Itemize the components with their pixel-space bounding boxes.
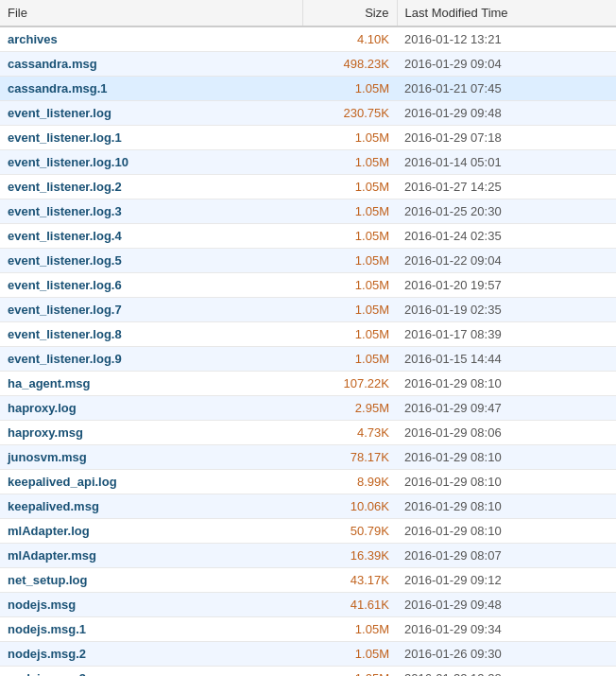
table-row[interactable]: nodejs.msg41.61K2016-01-29 09:48	[0, 593, 616, 617]
file-cell[interactable]: event_listener.log.10	[0, 150, 302, 175]
size-cell: 2.95M	[302, 396, 397, 421]
size-cell: 41.61K	[302, 593, 397, 617]
file-cell[interactable]: mlAdapter.msg	[0, 544, 302, 568]
table-row[interactable]: event_listener.log230.75K2016-01-29 09:4…	[0, 101, 616, 126]
table-row[interactable]: junosvm.msg78.17K2016-01-29 08:10	[0, 445, 616, 470]
table-row[interactable]: event_listener.log.101.05M2016-01-14 05:…	[0, 150, 616, 175]
size-cell: 1.05M	[302, 77, 397, 101]
file-cell[interactable]: event_listener.log.6	[0, 273, 302, 298]
table-row[interactable]: ha_agent.msg107.22K2016-01-29 08:10	[0, 372, 616, 396]
table-row[interactable]: event_listener.log.91.05M2016-01-15 14:4…	[0, 347, 616, 372]
table-row[interactable]: event_listener.log.21.05M2016-01-27 14:2…	[0, 175, 616, 199]
file-cell[interactable]: junosvm.msg	[0, 445, 302, 470]
table-row[interactable]: event_listener.log.61.05M2016-01-20 19:5…	[0, 273, 616, 298]
size-cell: 1.05M	[302, 273, 397, 298]
modified-cell: 2016-01-29 08:07	[397, 544, 616, 568]
modified-cell: 2016-01-29 08:10	[397, 372, 616, 396]
size-cell: 78.17K	[302, 445, 397, 470]
file-cell[interactable]: nodejs.msg.2	[0, 642, 302, 667]
size-cell: 1.05M	[302, 249, 397, 273]
table-row[interactable]: event_listener.log.81.05M2016-01-17 08:3…	[0, 322, 616, 347]
modified-cell: 2016-01-29 09:47	[397, 396, 616, 421]
table-row[interactable]: nodejs.msg.21.05M2016-01-26 09:30	[0, 642, 616, 667]
table-row[interactable]: event_listener.log.31.05M2016-01-25 20:3…	[0, 199, 616, 224]
modified-cell: 2016-01-29 07:18	[397, 126, 616, 150]
table-row[interactable]: event_listener.log.41.05M2016-01-24 02:3…	[0, 224, 616, 249]
file-cell[interactable]: event_listener.log	[0, 101, 302, 126]
table-header: File Size Last Modified Time	[0, 0, 616, 26]
size-cell: 1.05M	[302, 667, 397, 677]
size-cell: 1.05M	[302, 150, 397, 175]
modified-cell: 2016-01-29 08:10	[397, 519, 616, 544]
file-cell[interactable]: archives	[0, 26, 302, 52]
table-row[interactable]: cassandra.msg498.23K2016-01-29 09:04	[0, 52, 616, 77]
file-cell[interactable]: event_listener.log.7	[0, 298, 302, 322]
modified-cell: 2016-01-29 09:34	[397, 617, 616, 642]
size-cell: 1.05M	[302, 126, 397, 150]
size-cell: 4.73K	[302, 421, 397, 445]
table-row[interactable]: nodejs.msg.11.05M2016-01-29 09:34	[0, 617, 616, 642]
size-cell: 4.10K	[302, 26, 397, 52]
size-cell: 1.05M	[302, 298, 397, 322]
size-cell: 10.06K	[302, 494, 397, 519]
file-cell[interactable]: nodejs.msg	[0, 593, 302, 617]
table-row[interactable]: mlAdapter.log50.79K2016-01-29 08:10	[0, 519, 616, 544]
table-body: archives4.10K2016-01-12 13:21cassandra.m…	[0, 26, 616, 676]
table-row[interactable]: keepalived.msg10.06K2016-01-29 08:10	[0, 494, 616, 519]
size-cell: 1.05M	[302, 224, 397, 249]
file-column-header[interactable]: File	[0, 0, 302, 26]
modified-cell: 2016-01-22 12:28	[397, 667, 616, 677]
table-row[interactable]: archives4.10K2016-01-12 13:21	[0, 26, 616, 52]
size-cell: 1.05M	[302, 617, 397, 642]
file-cell[interactable]: nodejs.msg.3	[0, 667, 302, 677]
modified-cell: 2016-01-12 13:21	[397, 26, 616, 52]
file-cell[interactable]: event_listener.log.3	[0, 199, 302, 224]
file-cell[interactable]: cassandra.msg	[0, 52, 302, 77]
size-column-header[interactable]: Size	[302, 0, 397, 26]
file-cell[interactable]: ha_agent.msg	[0, 372, 302, 396]
file-cell[interactable]: keepalived_api.log	[0, 470, 302, 494]
modified-cell: 2016-01-15 14:44	[397, 347, 616, 372]
table-row[interactable]: haproxy.log2.95M2016-01-29 09:47	[0, 396, 616, 421]
file-cell[interactable]: mlAdapter.log	[0, 519, 302, 544]
size-cell: 43.17K	[302, 568, 397, 593]
table-row[interactable]: cassandra.msg.11.05M2016-01-21 07:45	[0, 77, 616, 101]
file-cell[interactable]: event_listener.log.1	[0, 126, 302, 150]
size-cell: 8.99K	[302, 470, 397, 494]
modified-cell: 2016-01-22 09:04	[397, 249, 616, 273]
file-cell[interactable]: net_setup.log	[0, 568, 302, 593]
file-cell[interactable]: event_listener.log.9	[0, 347, 302, 372]
modified-cell: 2016-01-21 07:45	[397, 77, 616, 101]
file-cell[interactable]: event_listener.log.4	[0, 224, 302, 249]
size-cell: 1.05M	[302, 199, 397, 224]
table-row[interactable]: event_listener.log.11.05M2016-01-29 07:1…	[0, 126, 616, 150]
modified-cell: 2016-01-27 14:25	[397, 175, 616, 199]
size-cell: 1.05M	[302, 347, 397, 372]
modified-cell: 2016-01-29 08:06	[397, 421, 616, 445]
size-cell: 230.75K	[302, 101, 397, 126]
file-cell[interactable]: nodejs.msg.1	[0, 617, 302, 642]
file-cell[interactable]: event_listener.log.5	[0, 249, 302, 273]
modified-cell: 2016-01-19 02:35	[397, 298, 616, 322]
table-row[interactable]: nodejs.msg.31.05M2016-01-22 12:28	[0, 667, 616, 677]
modified-cell: 2016-01-29 09:04	[397, 52, 616, 77]
file-cell[interactable]: event_listener.log.2	[0, 175, 302, 199]
size-cell: 107.22K	[302, 372, 397, 396]
table-row[interactable]: event_listener.log.71.05M2016-01-19 02:3…	[0, 298, 616, 322]
table-row[interactable]: mlAdapter.msg16.39K2016-01-29 08:07	[0, 544, 616, 568]
table-row[interactable]: keepalived_api.log8.99K2016-01-29 08:10	[0, 470, 616, 494]
file-cell[interactable]: haproxy.msg	[0, 421, 302, 445]
file-cell[interactable]: keepalived.msg	[0, 494, 302, 519]
file-cell[interactable]: event_listener.log.8	[0, 322, 302, 347]
size-cell: 1.05M	[302, 322, 397, 347]
table-row[interactable]: net_setup.log43.17K2016-01-29 09:12	[0, 568, 616, 593]
table-row[interactable]: event_listener.log.51.05M2016-01-22 09:0…	[0, 249, 616, 273]
modified-cell: 2016-01-29 09:48	[397, 593, 616, 617]
file-cell[interactable]: cassandra.msg.1	[0, 77, 302, 101]
modified-cell: 2016-01-20 19:57	[397, 273, 616, 298]
table-row[interactable]: haproxy.msg4.73K2016-01-29 08:06	[0, 421, 616, 445]
modified-column-header[interactable]: Last Modified Time	[397, 0, 616, 26]
file-cell[interactable]: haproxy.log	[0, 396, 302, 421]
file-table: File Size Last Modified Time archives4.1…	[0, 0, 616, 676]
modified-cell: 2016-01-29 09:48	[397, 101, 616, 126]
